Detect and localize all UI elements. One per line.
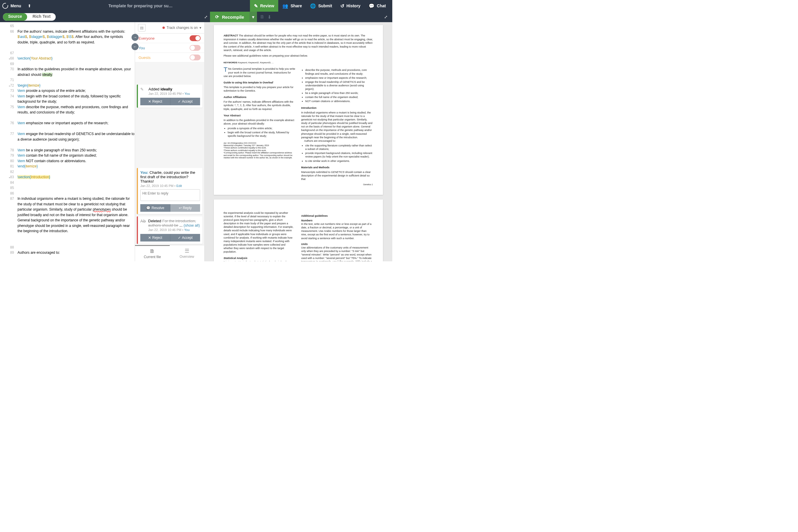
code-editor[interactable]: For the authors' names, indicate differe… <box>16 22 135 261</box>
reply-input[interactable] <box>140 189 200 201</box>
track-row-label: You <box>138 46 145 50</box>
recompile-dropdown[interactable]: ▾ <box>249 12 257 22</box>
logs-icon[interactable]: 🗎 <box>260 14 265 20</box>
track-toggle[interactable] <box>190 55 201 60</box>
submit-button[interactable]: 🌐Submit <box>306 0 336 12</box>
share-button[interactable]: 👥Share <box>278 0 306 12</box>
pdf-page: ABSTRACT The abstract should be written … <box>214 25 383 195</box>
chevron-down-icon: ▾ <box>200 26 201 30</box>
status-dot-icon <box>163 26 165 29</box>
logo-icon <box>2 3 8 9</box>
tab-current-file[interactable]: 🗎Current file <box>135 245 170 261</box>
file-outline-icon[interactable]: ▤ <box>138 24 146 32</box>
track-toggle[interactable] <box>190 35 201 41</box>
reject-button[interactable]: ✕ Reject <box>140 234 170 242</box>
sub-bar: Source Rich Text ⤢ ⟳ Recompile ▾ 🗎 ⬇ ⤢ <box>0 12 392 22</box>
top-bar: Menu ⬆ Template for preparing your su… ✎… <box>0 0 392 12</box>
accept-button[interactable]: ✓ Accept <box>170 234 200 242</box>
list-icon: ☰ <box>171 248 203 254</box>
file-icon: 🗎 <box>136 248 169 254</box>
history-button[interactable]: ↺History <box>336 0 365 12</box>
accept-button[interactable]: ✓ Accept <box>170 98 200 105</box>
resolve-button[interactable]: 💬 Resolve <box>140 204 170 212</box>
track-toggle[interactable] <box>190 45 201 51</box>
change-card-deleted: A̶b̶ Deleted For the introduction, autho… <box>137 216 203 244</box>
richtext-tab[interactable]: Rich Text <box>27 13 56 21</box>
track-changes-status[interactable]: Track changes is on ▾ <box>163 26 201 30</box>
comment-card: You: Charlie, could you write the first … <box>137 168 203 214</box>
review-icon: ✎ <box>254 3 258 9</box>
chat-icon: 💬 <box>369 3 375 9</box>
expand-right-icon[interactable]: ⤢ <box>384 15 387 19</box>
globe-icon: 🌐 <box>310 3 316 9</box>
up-icon[interactable]: ⬆ <box>28 3 31 8</box>
pdf-preview[interactable]: ABSTRACT The abstract should be written … <box>204 22 392 261</box>
reject-button[interactable]: ✕ Reject <box>140 98 170 105</box>
nav-left-icon[interactable]: ← <box>132 43 138 50</box>
editor-mode-toggle[interactable]: Source Rich Text <box>3 13 56 21</box>
pdf-page: the experimental analysis could be repea… <box>214 200 383 261</box>
tab-overview[interactable]: ☰Overview <box>170 245 205 261</box>
recompile-icon: ⟳ <box>215 14 219 20</box>
review-tabs: 🗎Current file ☰Overview <box>135 245 204 261</box>
expand-left-icon[interactable]: ⤢ <box>204 15 208 19</box>
download-icon[interactable]: ⬇ <box>267 14 271 20</box>
recompile-button[interactable]: ⟳ Recompile <box>210 12 249 22</box>
review-pane: → ← ▤ Track changes is on ▾ EveryoneYouG… <box>135 22 204 261</box>
reply-button[interactable]: ↩ Reply <box>170 204 200 212</box>
chat-button[interactable]: 💬Chat <box>365 0 390 12</box>
history-icon: ↺ <box>340 3 344 9</box>
editor-pane: 656667▸68697071▸7273747576777879808182▸8… <box>0 22 135 261</box>
nav-right-icon[interactable]: → <box>132 34 138 41</box>
line-gutter: 656667▸68697071▸7273747576777879808182▸8… <box>0 22 16 261</box>
change-card-added: ✎ Added ideally Jan 22, 2019 10:45 PM • … <box>137 84 203 108</box>
people-icon: 👥 <box>282 3 288 9</box>
track-row-label: Guests <box>138 55 151 60</box>
project-title: Template for preparing your su… <box>31 3 250 8</box>
review-button[interactable]: ✎Review <box>250 0 278 12</box>
source-tab[interactable]: Source <box>3 13 27 21</box>
pencil-icon: ✎ <box>140 87 146 92</box>
track-row-label: Everyone <box>138 36 155 40</box>
strike-icon: A̶b̶ <box>140 219 146 224</box>
menu-button[interactable]: Menu <box>11 3 21 8</box>
show-all-link[interactable]: (show all) <box>184 223 200 228</box>
